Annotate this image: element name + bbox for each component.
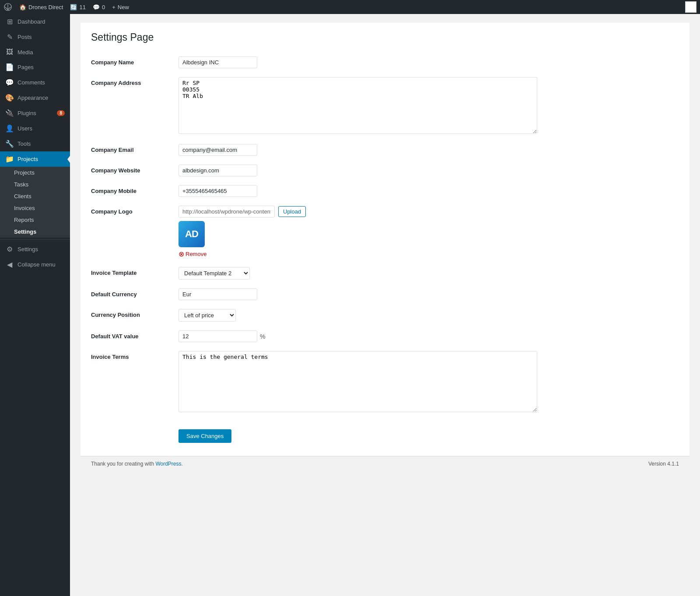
- dashboard-icon: ⊞: [5, 18, 14, 26]
- save-row: Save Changes: [91, 418, 679, 447]
- posts-icon: ✎: [5, 33, 14, 41]
- sidebar: ⊞ Dashboard ✎ Posts 🖼 Media 📄 Pages 💬 Co…: [0, 14, 70, 596]
- company-mobile-row: Company Mobile: [91, 181, 679, 201]
- company-address-label: Company Address: [91, 73, 178, 140]
- default-currency-row: Default Currency: [91, 284, 679, 305]
- layout: ⊞ Dashboard ✎ Posts 🖼 Media 📄 Pages 💬 Co…: [0, 14, 700, 596]
- logo-initials: AD: [185, 228, 198, 240]
- tools-icon: 🔧: [5, 140, 14, 148]
- sidebar-item-projects[interactable]: 📁 Projects: [0, 151, 70, 167]
- sidebar-sub-invoices[interactable]: Invoices: [0, 202, 70, 214]
- logo-upload-button[interactable]: Upload: [278, 206, 306, 217]
- collapse-icon: ◀: [5, 260, 14, 269]
- logo-preview: AD ⊗ Remove: [178, 221, 679, 258]
- company-name-input[interactable]: [178, 56, 257, 68]
- plugins-icon: 🔌: [5, 109, 14, 117]
- sidebar-item-dashboard[interactable]: ⊞ Dashboard: [0, 14, 70, 29]
- remove-icon: ⊗: [178, 250, 184, 258]
- adminbar-updates[interactable]: 🔄 11: [70, 4, 85, 11]
- sidebar-item-media[interactable]: 🖼 Media: [0, 45, 70, 60]
- admin-bar: 🏠 Drones Direct 🔄 11 💬 0 + New: [0, 0, 700, 14]
- company-website-input[interactable]: [178, 165, 257, 176]
- footer: Thank you for creating with WordPress. V…: [80, 456, 690, 471]
- currency-position-select[interactable]: Left of price Right of price: [178, 309, 236, 322]
- company-logo-row: Company Logo Upload AD: [91, 201, 679, 263]
- default-currency-input[interactable]: [178, 288, 257, 300]
- comments-icon: 💬: [93, 4, 100, 11]
- adminbar-new[interactable]: + New: [112, 4, 129, 11]
- media-icon: 🖼: [5, 48, 14, 56]
- adminbar-right: [685, 1, 696, 13]
- logo-remove-link[interactable]: ⊗ Remove: [178, 250, 679, 258]
- plugins-badge: 8: [57, 110, 65, 116]
- logo-image: AD: [178, 221, 205, 247]
- invoice-template-row: Invoice Template Default Template 1 Defa…: [91, 263, 679, 284]
- adminbar-comments[interactable]: 💬 0: [93, 4, 105, 11]
- default-vat-row: Default VAT value %: [91, 326, 679, 347]
- company-mobile-input[interactable]: [178, 185, 257, 197]
- sidebar-item-users[interactable]: 👤 Users: [0, 121, 70, 136]
- company-website-label: Company Website: [91, 160, 178, 181]
- sidebar-sub-clients[interactable]: Clients: [0, 190, 70, 202]
- users-icon: 👤: [5, 124, 14, 133]
- default-vat-input[interactable]: [178, 330, 257, 342]
- sidebar-item-settings-main[interactable]: ⚙ Settings: [0, 242, 70, 257]
- invoice-terms-label: Invoice Terms: [91, 347, 178, 418]
- settings-icon: ⚙: [5, 245, 14, 253]
- plus-icon: +: [112, 4, 116, 11]
- company-logo-label: Company Logo: [91, 201, 178, 263]
- company-address-row: Company Address Rr SP 00355 TR Alb: [91, 73, 679, 140]
- sidebar-item-appearance[interactable]: 🎨 Appearance: [0, 90, 70, 105]
- footer-version: Version 4.1.1: [648, 461, 679, 467]
- sidebar-item-pages[interactable]: 📄 Pages: [0, 60, 70, 75]
- sidebar-sub-reports[interactable]: Reports: [0, 214, 70, 226]
- wp-logo-icon[interactable]: [4, 3, 12, 11]
- main-content: Settings Page Company Name Company Addre…: [70, 14, 700, 596]
- sidebar-sub-projects[interactable]: Projects: [0, 167, 70, 179]
- company-address-input[interactable]: Rr SP 00355 TR Alb: [178, 77, 537, 134]
- comments-sidebar-icon: 💬: [5, 78, 14, 87]
- home-icon: 🏠: [19, 4, 26, 11]
- invoice-terms-input[interactable]: This is the general terms: [178, 351, 537, 412]
- footer-wp-link[interactable]: WordPress: [155, 461, 181, 467]
- default-vat-label: Default VAT value: [91, 326, 178, 347]
- sidebar-item-comments[interactable]: 💬 Comments: [0, 75, 70, 90]
- currency-position-label: Currency Position: [91, 305, 178, 326]
- company-name-label: Company Name: [91, 52, 178, 73]
- sidebar-item-plugins[interactable]: 🔌 Plugins 8: [0, 105, 70, 121]
- company-email-input[interactable]: [178, 144, 257, 156]
- adminbar-site-name[interactable]: 🏠 Drones Direct: [19, 4, 63, 11]
- adminbar-square-icon: [685, 1, 696, 13]
- percent-symbol: %: [260, 333, 265, 340]
- company-website-row: Company Website: [91, 160, 679, 181]
- invoice-template-select[interactable]: Default Template 1 Default Template 2 De…: [178, 267, 250, 280]
- projects-icon: 📁: [5, 155, 14, 163]
- remove-label: Remove: [186, 251, 206, 257]
- sidebar-item-tools[interactable]: 🔧 Tools: [0, 136, 70, 151]
- currency-position-row: Currency Position Left of price Right of…: [91, 305, 679, 326]
- save-changes-button[interactable]: Save Changes: [178, 429, 231, 443]
- company-name-row: Company Name: [91, 52, 679, 73]
- invoice-terms-row: Invoice Terms This is the general terms: [91, 347, 679, 418]
- company-logo-url-input[interactable]: [178, 206, 275, 217]
- appearance-icon: 🎨: [5, 94, 14, 102]
- company-mobile-label: Company Mobile: [91, 181, 178, 201]
- sidebar-collapse[interactable]: ◀ Collapse menu: [0, 257, 70, 272]
- company-email-label: Company Email: [91, 140, 178, 160]
- sidebar-divider: [0, 239, 70, 240]
- vat-input-row: %: [178, 330, 679, 342]
- footer-thanks: Thank you for creating with WordPress.: [91, 461, 183, 467]
- default-currency-label: Default Currency: [91, 284, 178, 305]
- sidebar-sub-tasks[interactable]: Tasks: [0, 179, 70, 190]
- pages-icon: 📄: [5, 63, 14, 71]
- page-content: Settings Page Company Name Company Addre…: [80, 23, 690, 456]
- sidebar-item-posts[interactable]: ✎ Posts: [0, 29, 70, 45]
- sidebar-submenu: Projects Tasks Clients Invoices Reports …: [0, 167, 70, 238]
- updates-icon: 🔄: [70, 4, 77, 11]
- sidebar-sub-settings[interactable]: Settings: [0, 226, 70, 238]
- settings-form: Company Name Company Address Rr SP 00355…: [91, 52, 679, 447]
- invoice-template-label: Invoice Template: [91, 263, 178, 284]
- company-email-row: Company Email: [91, 140, 679, 160]
- logo-upload-row: Upload: [178, 206, 679, 217]
- page-title: Settings Page: [91, 32, 679, 43]
